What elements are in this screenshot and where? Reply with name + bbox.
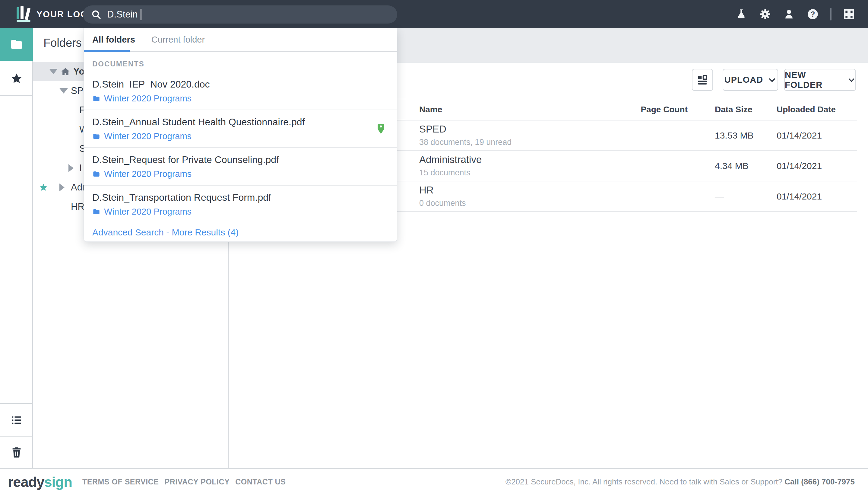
- support-phone: Call (866) 700-7975: [784, 477, 855, 486]
- list-icon: [11, 414, 23, 426]
- svg-text:?: ?: [811, 10, 815, 18]
- tree-caret-icon[interactable]: [69, 164, 74, 172]
- rail-folders-tab[interactable]: [0, 28, 33, 61]
- footer-copyright: ©2021 SecureDocs, Inc. All rights reserv…: [506, 477, 855, 487]
- trash-icon: [11, 446, 23, 458]
- folder-name-cell[interactable]: SPED 38 documents, 19 unread: [419, 124, 627, 147]
- logo-books-icon: [17, 7, 32, 22]
- left-rail: [0, 28, 33, 468]
- search-value: D.Stein: [107, 9, 138, 20]
- tree-item-label: Yo: [73, 66, 85, 77]
- toolbar: UPLOAD NEW FOLDER: [692, 69, 856, 91]
- folder-meta: 38 documents, 19 unread: [419, 138, 627, 147]
- result-title[interactable]: D.Stein_Annual Student Health Questionna…: [92, 116, 388, 128]
- apps-grid-icon[interactable]: [843, 8, 855, 20]
- tag-icon: [376, 123, 386, 134]
- help-icon[interactable]: ?: [807, 8, 819, 20]
- search-result-item[interactable]: D.Stein_Transportation Request Form.pdf …: [84, 185, 397, 223]
- rail-list-view-tab[interactable]: [0, 403, 33, 437]
- documents-section-label: DOCUMENTS: [84, 52, 397, 72]
- tree-item-label: Adr: [71, 182, 85, 193]
- rail-trash-tab[interactable]: [0, 437, 33, 467]
- top-bar: YOUR LOGO D.Stein: [0, 0, 868, 28]
- folder-icon: [92, 208, 101, 216]
- uploaded-date-cell: 01/14/2021: [777, 161, 857, 171]
- text-cursor: [141, 9, 141, 20]
- tree-caret-icon[interactable]: [59, 88, 68, 93]
- view-toggle-button[interactable]: [692, 69, 713, 91]
- folder-name-cell[interactable]: HR 0 documents: [419, 185, 627, 208]
- result-folder-link[interactable]: Winter 2020 Programs: [92, 131, 388, 141]
- search-result-item[interactable]: D.Stein_Request for Private Counseling.p…: [84, 147, 397, 185]
- advanced-search-link[interactable]: Advanced Search - More Results (4): [84, 223, 397, 241]
- search-scope-tabs: All folders Current folder: [84, 28, 397, 52]
- data-size-cell: 13.53 MB: [688, 131, 777, 141]
- folder-icon: [10, 37, 24, 52]
- footer-link[interactable]: CONTACT US: [235, 478, 286, 486]
- tree-caret-icon[interactable]: [59, 184, 65, 191]
- tree-item-label: HR: [71, 201, 85, 212]
- search-icon: [91, 9, 102, 20]
- user-icon[interactable]: [783, 8, 795, 20]
- result-folder-link[interactable]: Winter 2020 Programs: [92, 93, 388, 104]
- column-header-uploaded-date[interactable]: Uploaded Date: [777, 105, 857, 114]
- folder-icon: [92, 95, 101, 103]
- data-size-cell: —: [688, 191, 777, 202]
- column-header-page-count[interactable]: Page Count: [627, 105, 688, 114]
- folder-meta: 15 documents: [419, 168, 627, 177]
- uploaded-date-cell: 01/14/2021: [777, 131, 857, 141]
- footer-link[interactable]: TERMS OF SERVICE: [82, 478, 159, 486]
- tab-current-folder[interactable]: Current folder: [152, 35, 205, 45]
- search-input[interactable]: D.Stein: [83, 5, 397, 23]
- flask-icon[interactable]: [735, 8, 748, 20]
- readysign-logo: readysign: [8, 474, 72, 490]
- panel-title: Folders: [43, 36, 82, 50]
- result-title[interactable]: D.Stein_Request for Private Counseling.p…: [92, 154, 388, 166]
- tree-item-label: I: [79, 163, 82, 173]
- column-header-data-size[interactable]: Data Size: [688, 105, 777, 114]
- folder-icon: [92, 132, 101, 140]
- result-folder-link[interactable]: Winter 2020 Programs: [92, 207, 388, 217]
- data-size-cell: 4.34 MB: [688, 161, 777, 171]
- card-view-icon: [696, 74, 709, 86]
- search-result-item[interactable]: D.Stein_Annual Student Health Questionna…: [84, 109, 397, 147]
- folder-name-cell[interactable]: Administrative 15 documents: [419, 154, 627, 177]
- folder-meta: 0 documents: [419, 199, 627, 208]
- folder-icon: [92, 170, 101, 178]
- footer-link[interactable]: PRIVACY POLICY: [164, 478, 230, 486]
- favorite-star-icon: [39, 183, 48, 192]
- tree-caret-icon[interactable]: [49, 69, 58, 74]
- gear-icon[interactable]: [759, 8, 772, 20]
- tab-all-folders[interactable]: All folders: [84, 35, 135, 45]
- search-dropdown: All folders Current folder DOCUMENTS D.S…: [84, 28, 397, 242]
- result-folder-link[interactable]: Winter 2020 Programs: [92, 169, 388, 179]
- result-title[interactable]: D.Stein_Transportation Request Form.pdf: [92, 192, 388, 203]
- star-icon: [10, 72, 23, 85]
- search-result-item[interactable]: D.Stein_IEP_Nov 2020.doc Winter 2020 Pro…: [84, 72, 397, 109]
- folder-name: HR: [419, 185, 627, 195]
- topbar-divider: [830, 8, 832, 20]
- upload-button[interactable]: UPLOAD: [723, 69, 778, 91]
- column-header-name[interactable]: Name: [419, 105, 627, 114]
- rail-favorites-tab[interactable]: [0, 62, 33, 96]
- result-title[interactable]: D.Stein_IEP_Nov 2020.doc: [92, 79, 388, 90]
- folder-name: SPED: [419, 124, 627, 135]
- new-folder-button[interactable]: NEW FOLDER: [784, 69, 856, 91]
- footer: readysign TERMS OF SERVICEPRIVACY POLICY…: [0, 468, 868, 495]
- uploaded-date-cell: 01/14/2021: [777, 191, 857, 202]
- chevron-down-icon: [768, 76, 776, 84]
- chevron-down-icon: [848, 76, 855, 84]
- active-tab-underline: [84, 50, 130, 52]
- home-icon: [60, 67, 70, 76]
- folder-name: Administrative: [419, 154, 627, 165]
